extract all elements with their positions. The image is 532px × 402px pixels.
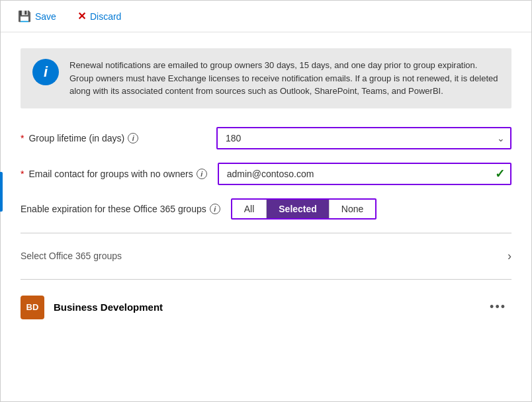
main-content: i Renewal notifications are emailed to g… — [1, 32, 531, 344]
divider-bottom — [21, 279, 511, 280]
email-contact-input[interactable] — [218, 163, 511, 185]
group-lifetime-label: * Group lifetime (in days) i — [21, 133, 206, 143]
save-label: Save — [35, 11, 56, 22]
select-groups-row[interactable]: Select Office 365 groups › — [21, 240, 511, 272]
toggle-selected-button[interactable]: Selected — [267, 200, 330, 218]
divider-top — [21, 233, 511, 233]
toolbar: 💾 Save ✕ Discard — [1, 1, 531, 32]
info-text: Renewal notifications are emailed to gro… — [69, 59, 500, 98]
group-lifetime-dropdown[interactable]: 180 — [216, 127, 511, 149]
group-lifetime-info-icon[interactable]: i — [128, 133, 138, 143]
enable-expiration-label: Enable expiration for these Office 365 g… — [21, 204, 220, 214]
group-name: Business Development — [54, 302, 475, 313]
email-contact-info-icon[interactable]: i — [197, 169, 207, 179]
group-lifetime-dropdown-wrap: 180 ⌄ — [216, 127, 511, 149]
info-box: i Renewal notifications are emailed to g… — [21, 48, 511, 108]
discard-icon: ✕ — [77, 10, 86, 22]
info-icon: i — [32, 59, 59, 85]
email-contact-row: * Email contact for groups with no owner… — [21, 163, 511, 185]
toggle-all-button[interactable]: All — [232, 200, 267, 218]
discard-button[interactable]: ✕ Discard — [73, 7, 125, 25]
required-star-lifetime: * — [21, 133, 24, 143]
save-icon: 💾 — [18, 10, 31, 22]
expiration-info-icon[interactable]: i — [210, 204, 220, 214]
email-check-icon: ✓ — [495, 167, 505, 181]
group-ellipsis-button[interactable]: ••• — [484, 298, 511, 317]
email-contact-wrap: ✓ — [218, 163, 511, 185]
chevron-right-icon: › — [508, 249, 511, 263]
email-contact-label: * Email contact for groups with no owner… — [21, 169, 207, 179]
group-avatar: BD — [21, 296, 44, 319]
group-lifetime-row: * Group lifetime (in days) i 180 ⌄ — [21, 127, 511, 149]
left-accent-bar — [0, 172, 3, 212]
required-star-email: * — [21, 169, 24, 179]
discard-label: Discard — [90, 11, 121, 22]
expiration-toggle-group: All Selected None — [231, 198, 377, 220]
enable-expiration-row: Enable expiration for these Office 365 g… — [21, 198, 511, 220]
save-button[interactable]: 💾 Save — [14, 7, 60, 25]
toggle-none-button[interactable]: None — [330, 200, 375, 218]
group-item: BD Business Development ••• — [21, 286, 511, 329]
select-groups-label: Select Office 365 groups — [21, 251, 122, 261]
